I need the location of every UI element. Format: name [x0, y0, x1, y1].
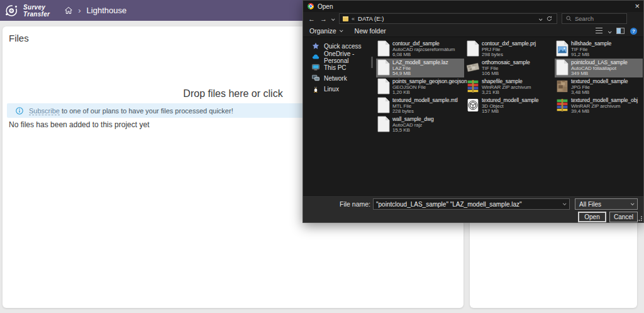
winrar-file-icon: [556, 97, 569, 113]
doc-file-icon: [377, 40, 390, 57]
doc-file-icon: [377, 78, 390, 94]
network-icon: [312, 74, 319, 83]
file-name-label: File name:: [303, 200, 370, 208]
file-size: 228 bytes: [392, 109, 458, 115]
file-size: 15,5 KB: [392, 128, 434, 134]
new-folder-button[interactable]: New folder: [348, 25, 392, 37]
thumb-gray-file-icon: [467, 59, 479, 76]
file-item[interactable]: contour_dxf_sample.prjPRJ File298 bytes: [465, 40, 553, 59]
organize-button[interactable]: Organize: [303, 25, 348, 37]
sidebar-item-label: This PC: [324, 64, 347, 71]
penguin-icon: [312, 85, 319, 94]
cube-file-icon: [467, 97, 479, 113]
file-item[interactable]: points_sample_geojson.geojsonGEOJSON Fil…: [376, 77, 464, 96]
sidebar-item-label: OneDrive - Personal: [324, 50, 374, 64]
winrar-file-icon: [467, 78, 479, 94]
file-item[interactable]: hillshade_sampleTIF File91,2 MB: [555, 40, 643, 59]
file-size: 1,20 KB: [392, 90, 467, 96]
file-size: 349 MB: [571, 71, 628, 77]
file-column: contour_dxf_sampleAutoCAD rajzcsereformá…: [376, 40, 465, 134]
search-icon: [566, 16, 572, 21]
file-name-input[interactable]: [374, 201, 563, 208]
sidebar-item-label: Quick access: [324, 43, 361, 50]
doc-file-icon: [377, 116, 390, 132]
preview-pane-icon[interactable]: [616, 28, 625, 34]
pc-icon: [312, 64, 319, 72]
doc-file-icon: [467, 40, 479, 57]
address-location[interactable]: DATA (E:): [358, 15, 536, 22]
file-item[interactable]: pointcloud_LAS_sampleAutoCAD fóliaállapo…: [555, 59, 643, 77]
file-item[interactable]: LAZ_modell_sample.lazLAZ File54,9 MB: [376, 59, 464, 77]
file-name-combo: [373, 198, 570, 210]
address-bar[interactable]: « DATA (E:): [339, 13, 557, 24]
recent-locations-icon[interactable]: [330, 15, 336, 22]
subscribe-link[interactable]: Subscribe: [29, 107, 60, 115]
chrome-icon: [308, 3, 314, 9]
forward-icon[interactable]: →: [318, 15, 330, 23]
breadcrumb-overflow-icon[interactable]: «: [352, 16, 355, 22]
breadcrumb-separator: ›: [78, 6, 80, 15]
sidebar-item-linux[interactable]: Linux: [303, 84, 374, 94]
app-logo[interactable]: Survey Transfer: [0, 3, 56, 19]
cancel-button[interactable]: Cancel: [609, 212, 638, 222]
dialog-toolbar: Organize New folder ?: [303, 25, 643, 37]
breadcrumb-project[interactable]: Lighthouse: [87, 6, 127, 15]
file-item[interactable]: textured_modell_sample.mtlMTL File228 by…: [376, 96, 464, 115]
star-icon: [312, 42, 319, 51]
file-size: 3,21 KB: [482, 90, 531, 96]
file-size: 39,4 MB: [571, 109, 638, 115]
change-view-icon[interactable]: [596, 28, 602, 34]
file-item[interactable]: orthomosaic_sampleTIF File106 MB: [465, 59, 553, 77]
dialog-title: Open: [318, 3, 333, 10]
file-size: 54,9 MB: [392, 71, 448, 77]
view-dropdown-icon[interactable]: [608, 27, 611, 35]
dialog-navbar: ← → ↑ « DATA (E:): [303, 12, 643, 25]
open-file-dialog: Open × ← → ↑ « DATA (E:): [303, 0, 644, 223]
back-icon[interactable]: ←: [306, 15, 318, 23]
file-type-select[interactable]: All Files: [575, 198, 638, 210]
brand-text: Survey Transfer: [23, 4, 50, 18]
file-item[interactable]: wall_sample_dwgAutoCAD rajz15,5 KB: [376, 115, 464, 134]
open-button[interactable]: Open: [578, 212, 606, 222]
file-item[interactable]: contour_dxf_sampleAutoCAD rajzcsereformá…: [376, 40, 464, 59]
help-icon[interactable]: ?: [630, 28, 637, 35]
dialog-titlebar[interactable]: Open ×: [303, 1, 643, 12]
empty-files-message: No files has been added to this project …: [9, 120, 149, 129]
page-title: Files: [9, 33, 29, 43]
doc-file-icon: [556, 59, 569, 76]
sidebar-scrollbar[interactable]: [371, 57, 373, 68]
image-file-icon: [556, 40, 569, 57]
dialog-footer: File name: All Files Open Cancel: [303, 195, 643, 222]
home-icon[interactable]: [65, 7, 72, 14]
sidebar-item-label: Network: [324, 75, 347, 82]
sidebar-item-network[interactable]: Network: [303, 73, 374, 84]
search-box[interactable]: [562, 13, 627, 24]
breadcrumb: › Lighthouse: [65, 6, 126, 15]
file-item[interactable]: textured_modell_sample3D Object157 MB: [465, 96, 553, 115]
file-list: contour_dxf_sampleAutoCAD rajzcsereformá…: [374, 38, 644, 195]
file-item[interactable]: textured_modell_sample_objWinRAR ZIP arc…: [555, 96, 643, 115]
doc-file-icon: [377, 97, 390, 113]
file-item[interactable]: textured_modell_sampleJPG File3,48 MB: [555, 77, 643, 96]
resize-grip[interactable]: [637, 216, 642, 221]
file-column: contour_dxf_sample.prjPRJ File298 byteso…: [465, 40, 555, 115]
sidebar-item-this-pc[interactable]: This PC: [303, 62, 374, 73]
file-size: 3,48 MB: [571, 90, 628, 96]
refresh-icon[interactable]: [547, 16, 552, 21]
folder-icon: [343, 16, 348, 21]
file-size: 157 MB: [482, 109, 538, 115]
file-name-dropdown-icon[interactable]: [563, 202, 567, 205]
file-item[interactable]: shapefile_sampleWinRAR ZIP archívum3,21 …: [465, 77, 553, 96]
sidebar-item-onedrive-personal[interactable]: OneDrive - Personal: [303, 52, 374, 62]
address-dropdown-icon[interactable]: [539, 15, 541, 22]
file-size: 91,2 MB: [571, 52, 611, 58]
surveytransfer-logo-icon: [4, 3, 20, 19]
doc-file-icon: [377, 59, 390, 76]
search-input[interactable]: [575, 15, 619, 22]
file-size: 106 MB: [482, 71, 530, 77]
close-icon[interactable]: ×: [635, 1, 640, 11]
file-column: hillshade_sampleTIF File91,2 MBpointclou…: [555, 40, 644, 115]
cloud-icon: [312, 53, 319, 62]
notice-text: to one of our plans to have your files p…: [62, 107, 233, 115]
info-icon: [16, 107, 23, 115]
